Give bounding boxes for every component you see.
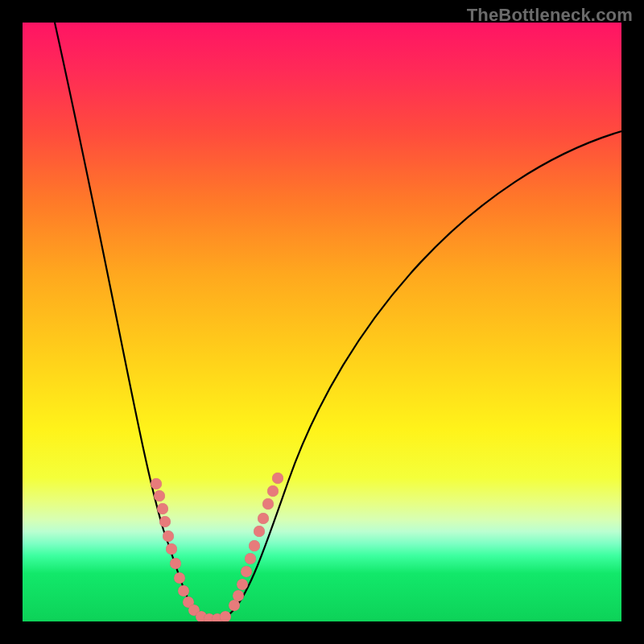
- bottleneck-curve: [55, 23, 621, 620]
- data-dot: [254, 526, 265, 537]
- chart-svg: [23, 23, 621, 621]
- data-dot: [272, 473, 283, 484]
- data-dot: [159, 516, 171, 527]
- data-dot: [220, 611, 231, 621]
- watermark-text: TheBottleneck.com: [467, 5, 633, 26]
- data-dot: [258, 513, 269, 524]
- data-dot: [249, 540, 260, 551]
- data-dot: [237, 579, 248, 590]
- plot-area: [23, 23, 621, 621]
- chart-frame: TheBottleneck.com: [0, 0, 644, 644]
- data-dot: [166, 543, 177, 555]
- data-dot: [151, 478, 162, 489]
- data-dot: [157, 503, 168, 514]
- data-dot: [174, 572, 185, 584]
- data-dot: [262, 498, 274, 510]
- data-dot: [229, 600, 240, 611]
- data-dot: [233, 590, 244, 601]
- data-dot: [163, 530, 174, 542]
- data-dot: [241, 566, 252, 577]
- data-dot: [154, 490, 165, 502]
- data-dot: [267, 485, 279, 497]
- data-dot: [178, 585, 189, 597]
- data-dot: [170, 558, 181, 569]
- data-dot: [245, 553, 256, 564]
